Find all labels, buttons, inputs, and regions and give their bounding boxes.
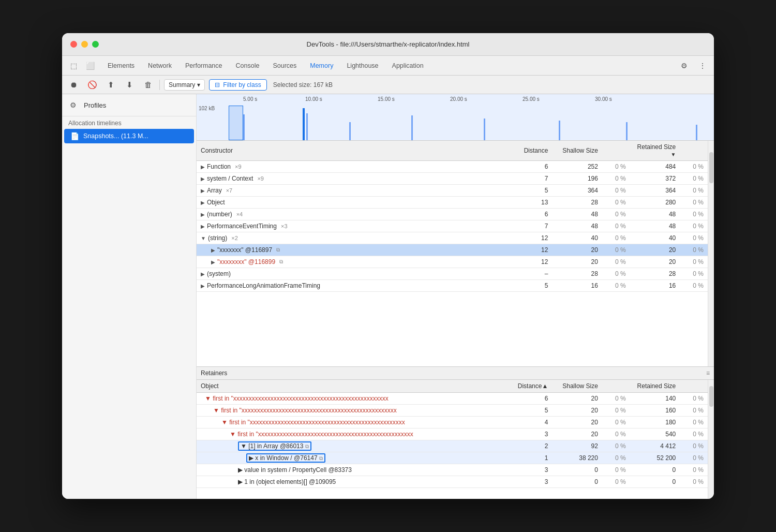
shallow-pct-cell: 0 % (602, 256, 630, 268)
ret-retained: 52 200 (630, 452, 680, 464)
ret-distance: 3 (502, 428, 553, 440)
col-shallow-header[interactable]: Shallow Size (552, 141, 602, 161)
maximize-button[interactable] (92, 41, 99, 48)
ret-retained-pct: 0 % (680, 440, 708, 452)
tab-application[interactable]: Application (386, 60, 430, 71)
ret-shallow-pct: 0 % (602, 393, 630, 405)
table-row[interactable]: ▶PerformanceLongAnimationFrameTiming 5 1… (197, 280, 708, 292)
tab-console[interactable]: Console (230, 60, 266, 71)
tab-elements[interactable]: Elements (101, 60, 141, 71)
table-row-highlighted[interactable]: ▶"xxxxxxx" @116897⧉ 12 20 0 % 20 0 % (197, 244, 708, 256)
ret-retained-pct: 0 % (680, 464, 708, 476)
ret-scrollbar-thumb[interactable] (709, 386, 713, 407)
allocation-label: Allocation timelines (62, 116, 196, 129)
copy-icon[interactable]: ⧉ (279, 259, 283, 265)
retainers-data-table[interactable]: Object Distance▲ Shallow Size Retained S… (197, 380, 708, 499)
expand-arrow[interactable]: ▶ (201, 283, 205, 289)
retainer-row[interactable]: ▶ 1 in (object elements)[] @109095 3 0 0… (197, 476, 708, 488)
col-retained-header[interactable]: Retained Size (630, 141, 680, 161)
copy-icon[interactable]: ⧉ (276, 247, 280, 253)
expand-arrow[interactable]: ▶ (201, 212, 205, 217)
main-scrollbar[interactable] (708, 141, 714, 366)
table-row[interactable]: ▼(string)×2 12 40 0 % 40 0 % (197, 232, 708, 244)
expand-arrow[interactable]: ▶ (201, 164, 205, 170)
shallow-pct-cell: 0 % (602, 280, 630, 292)
timeline[interactable]: 102 kB 5.00 s 10.00 s 15.00 s 20.00 s 25… (197, 94, 714, 141)
upload-button[interactable]: ⬆ (103, 78, 118, 92)
timeline-bar (349, 122, 351, 140)
filter-by-class-button[interactable]: ⊟ Filter by class (209, 79, 266, 91)
ret-retained-pct: 0 % (680, 405, 708, 417)
count-badge: ×4 (236, 211, 243, 217)
titlebar: DevTools - file:///Users/stmarthe/x-repl… (62, 33, 714, 56)
device-icon[interactable]: ⬜ (83, 58, 97, 73)
expand-arrow[interactable]: ▶ (201, 271, 205, 277)
table-row[interactable]: ▶Function×9 6 252 0 % 484 0 % (197, 161, 708, 173)
expand-arrow[interactable]: ▶ (211, 247, 215, 253)
table-row[interactable]: ▶Array×7 5 364 0 % 364 0 % (197, 185, 708, 197)
shallow-cell: 16 (552, 280, 602, 292)
expand-arrow[interactable]: ▼ (201, 235, 206, 241)
tab-lighthouse[interactable]: Lighthouse (340, 60, 384, 71)
download-button[interactable]: ⬇ (122, 78, 137, 92)
table-row[interactable]: ▶(system) – 28 0 % 28 0 % (197, 268, 708, 280)
tab-memory[interactable]: Memory (304, 60, 339, 71)
retainer-row-selected[interactable]: ▶ x in Window / @76147 ⧉ 1 38 220 0 % 52… (197, 452, 708, 464)
expand-arrow[interactable]: ▶ (201, 224, 205, 229)
expand-arrow[interactable]: ▶ (201, 176, 205, 182)
record-button[interactable]: ⏺ (66, 78, 81, 92)
table-row[interactable]: ▶PerformanceEventTiming×3 7 48 0 % 48 0 … (197, 220, 708, 232)
shallow-cell: 252 (552, 161, 602, 173)
table-row[interactable]: ▶Object 13 28 0 % 280 0 % (197, 197, 708, 209)
snapshot-item[interactable]: 📄 Snapshots... (11.3 M... (64, 129, 194, 143)
ret-retained: 160 (630, 405, 680, 417)
close-button[interactable] (70, 41, 77, 48)
retainers-scrollbar[interactable] (708, 380, 714, 499)
expand-arrow[interactable]: ▶ (211, 259, 215, 265)
tab-sources[interactable]: Sources (266, 60, 303, 71)
ret-col-distance-header[interactable]: Distance▲ (502, 380, 553, 393)
retainer-row[interactable]: ▼ first in "xxxxxxxxxxxxxxxxxxxxxxxxxxxx… (197, 405, 708, 417)
inspect-icon[interactable]: ⬚ (66, 58, 81, 73)
clear-button[interactable]: 🚫 (85, 78, 99, 92)
main-data-table[interactable]: Constructor Distance Shallow Size Retain… (197, 141, 708, 366)
ret-col-retained-header[interactable]: Retained Size (630, 380, 680, 393)
filter-icon[interactable]: ⚙ (66, 98, 80, 112)
sidebar-top-icons: ⚙ Profiles (62, 94, 196, 116)
retainer-row[interactable]: ▼ first in "xxxxxxxxxxxxxxxxxxxxxxxxxxxx… (197, 417, 708, 428)
ret-distance: 6 (502, 393, 553, 405)
retained-cell: 280 (630, 197, 680, 209)
col-distance-header[interactable]: Distance (502, 141, 553, 161)
tab-performance[interactable]: Performance (179, 60, 229, 71)
retainer-object: ▼ first in "xxxxxxxxxxxxxxxxxxxxxxxxxxxx… (201, 431, 498, 438)
table-row[interactable]: ▶system / Context×9 7 196 0 % 372 0 % (197, 173, 708, 185)
tab-network[interactable]: Network (142, 60, 178, 71)
table-row[interactable]: ▶(number)×4 6 48 0 % 48 0 % (197, 209, 708, 220)
minimize-button[interactable] (81, 41, 88, 48)
shallow-cell: 364 (552, 185, 602, 197)
traffic-lights (70, 41, 99, 48)
retainer-row[interactable]: ▼ first in "xxxxxxxxxxxxxxxxxxxxxxxxxxxx… (197, 393, 708, 405)
more-icon[interactable]: ⋮ (695, 58, 710, 73)
constructor-name: PerformanceLongAnimationFrameTiming (207, 282, 320, 289)
retainer-row[interactable]: ▶ value in system / PropertyCell @83373 … (197, 464, 708, 476)
expand-arrow[interactable]: ▶ (201, 200, 205, 205)
summary-dropdown[interactable]: Summary ▾ (164, 79, 205, 91)
col-constructor-header[interactable]: Constructor (197, 141, 502, 161)
collect-button[interactable]: 🗑 (141, 78, 155, 92)
ret-col-object-header[interactable]: Object (197, 380, 502, 393)
right-content: 102 kB 5.00 s 10.00 s 15.00 s 20.00 s 25… (197, 94, 714, 499)
table-row[interactable]: ▶"xxxxxxxx" @116899⧉ 12 20 0 % 20 0 % (197, 256, 708, 268)
expand-arrow[interactable]: ▶ (201, 188, 205, 194)
scrollbar-thumb[interactable] (709, 152, 713, 183)
ret-col-shallow-header[interactable]: Shallow Size (552, 380, 602, 393)
retainer-row[interactable]: ▼ first in "xxxxxxxxxxxxxxxxxxxxxxxxxxxx… (197, 428, 708, 440)
retained-cell: 20 (630, 244, 680, 256)
settings-icon[interactable]: ⚙ (677, 58, 691, 73)
distance-cell: 6 (502, 209, 553, 220)
snapshot-label: Snapshots... (11.3 M... (83, 132, 148, 140)
retained-cell: 28 (630, 268, 680, 280)
ret-shallow-pct: 0 % (602, 464, 630, 476)
ret-shallow: 20 (552, 428, 602, 440)
retainer-row-selected[interactable]: ▼ [1] in Array @86013 ⧉ 2 92 0 % 4 412 0… (197, 440, 708, 452)
